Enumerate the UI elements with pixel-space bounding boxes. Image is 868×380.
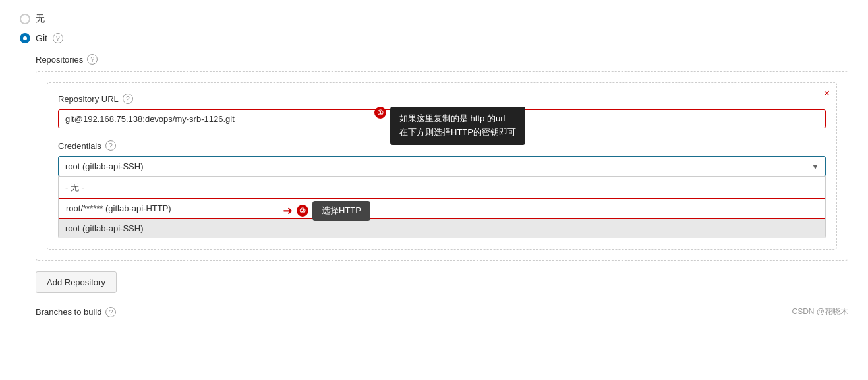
repo-url-label-text: Repository URL [58, 94, 119, 104]
credentials-section: Credentials ? - 无 - root/****** (gitlab-… [58, 140, 826, 238]
page-wrapper: 无 Git ? Repositories ? × Repository URL … [20, 13, 848, 317]
credentials-help-icon[interactable]: ? [105, 140, 116, 151]
repo-inner-box: × Repository URL ? ① 如果这里复制的是 http 的url … [47, 82, 837, 250]
add-repository-button[interactable]: Add Repository [36, 271, 117, 293]
repositories-label-text: Repositories [36, 55, 83, 65]
dropdown-item-http-row: root/****** (gitlab-api-HTTP) ➜ ② 选择HTTP [59, 198, 825, 219]
branches-label-text: Branches to build [36, 307, 101, 317]
watermark-text: CSDN @花晓木 [792, 306, 848, 317]
dropdown-item-ssh[interactable]: root (gitlab-api-SSH) [59, 219, 825, 238]
tooltip-1-line2: 在下方则选择HTTP的密钥即可 [399, 126, 516, 140]
repositories-help-icon[interactable]: ? [87, 54, 98, 65]
dropdown-item-none[interactable]: - 无 - [59, 177, 825, 198]
radio-none-circle[interactable] [20, 14, 30, 24]
radio-git-label: Git [36, 33, 47, 43]
source-type-group: 无 Git ? [20, 13, 848, 43]
git-help-icon[interactable]: ? [53, 33, 63, 43]
tooltip-1-line1: 如果这里复制的是 http 的url [399, 112, 516, 126]
repo-url-field-label: Repository URL ? [58, 94, 826, 104]
credentials-select[interactable]: - 无 - root/****** (gitlab-api-HTTP) root… [58, 156, 826, 176]
radio-none[interactable]: 无 [20, 13, 848, 25]
add-repo-row: Add Repository [36, 271, 848, 293]
tooltip-1: 如果这里复制的是 http 的url 在下方则选择HTTP的密钥即可 [390, 107, 525, 145]
repo-url-help-icon[interactable]: ? [123, 94, 133, 104]
annotation-2: ➜ ② 选择HTTP [283, 201, 370, 221]
annotation-1: ① 如果这里复制的是 http 的url 在下方则选择HTTP的密钥即可 [374, 107, 525, 145]
arrow-icon: ➜ [283, 204, 293, 218]
badge-1: ① [374, 107, 386, 119]
radio-none-label: 无 [36, 13, 45, 25]
repositories-section-label: Repositories ? [36, 54, 848, 65]
radio-git-circle[interactable] [20, 33, 30, 43]
dropdown-item-http[interactable]: root/****** (gitlab-api-HTTP) [59, 198, 825, 219]
radio-git[interactable]: Git ? [20, 33, 848, 43]
credentials-select-wrapper: - 无 - root/****** (gitlab-api-HTTP) root… [58, 156, 826, 176]
close-button[interactable]: × [824, 88, 830, 99]
branches-row: Branches to build ? CSDN @花晓木 [36, 306, 848, 317]
repo-url-row: ① 如果这里复制的是 http 的url 在下方则选择HTTP的密钥即可 [58, 109, 826, 138]
branches-help-icon[interactable]: ? [105, 307, 116, 317]
credentials-label-text: Credentials [58, 141, 101, 151]
credentials-dropdown: - 无 - root/****** (gitlab-api-HTTP) ➜ ② … [58, 176, 826, 238]
repositories-container: × Repository URL ? ① 如果这里复制的是 http 的url … [36, 71, 848, 261]
branches-label-group: Branches to build ? [36, 307, 116, 317]
badge-2: ② [297, 205, 308, 217]
tooltip-2: 选择HTTP [312, 201, 370, 221]
